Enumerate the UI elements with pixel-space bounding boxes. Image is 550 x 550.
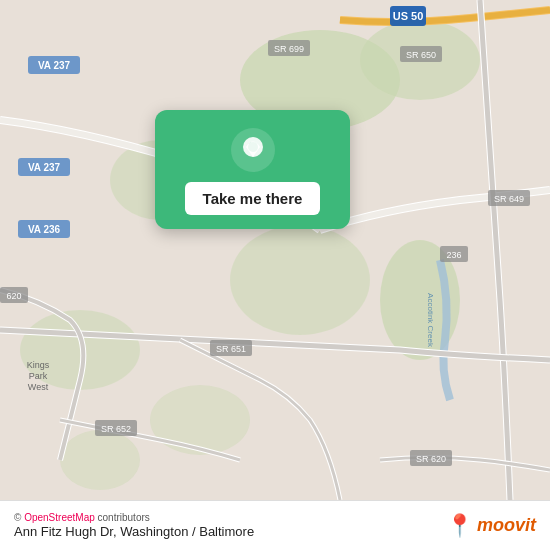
osm-suffix: contributors xyxy=(95,512,150,523)
moovit-logo: 📍 moovit xyxy=(446,513,536,539)
location-pin-icon xyxy=(231,128,275,172)
popup-card: Take me there xyxy=(155,110,350,229)
svg-point-7 xyxy=(150,385,250,455)
svg-text:620: 620 xyxy=(6,291,21,301)
svg-text:SR 652: SR 652 xyxy=(101,424,131,434)
svg-text:SR 699: SR 699 xyxy=(274,44,304,54)
svg-text:SR 620: SR 620 xyxy=(416,454,446,464)
svg-text:Park: Park xyxy=(29,371,48,381)
location-label: Ann Fitz Hugh Dr, Washington / Baltimore xyxy=(14,524,254,539)
svg-text:236: 236 xyxy=(446,250,461,260)
svg-text:Accotink Creek: Accotink Creek xyxy=(426,293,435,348)
osm-credit: © OpenStreetMap contributors xyxy=(14,512,254,523)
map-svg: VA 237 VA 237 VA 236 US 50 SR 699 SR 650… xyxy=(0,0,550,500)
svg-text:Kings: Kings xyxy=(27,360,50,370)
svg-text:VA 236: VA 236 xyxy=(28,224,61,235)
bottom-bar: © OpenStreetMap contributors Ann Fitz Hu… xyxy=(0,500,550,550)
osm-prefix: © xyxy=(14,512,24,523)
svg-text:US 50: US 50 xyxy=(393,10,424,22)
osm-link[interactable]: OpenStreetMap xyxy=(24,512,95,523)
svg-text:West: West xyxy=(28,382,49,392)
map-area: VA 237 VA 237 VA 236 US 50 SR 699 SR 650… xyxy=(0,0,550,500)
svg-text:SR 649: SR 649 xyxy=(494,194,524,204)
take-me-there-button[interactable]: Take me there xyxy=(185,182,321,215)
bottom-left-info: © OpenStreetMap contributors Ann Fitz Hu… xyxy=(14,512,254,539)
svg-text:SR 651: SR 651 xyxy=(216,344,246,354)
svg-point-4 xyxy=(230,225,370,335)
svg-text:VA 237: VA 237 xyxy=(38,60,71,71)
svg-point-8 xyxy=(60,430,140,490)
moovit-brand-text: moovit xyxy=(477,515,536,536)
svg-text:VA 237: VA 237 xyxy=(28,162,61,173)
moovit-pin-icon: 📍 xyxy=(446,513,473,539)
svg-text:SR 650: SR 650 xyxy=(406,50,436,60)
